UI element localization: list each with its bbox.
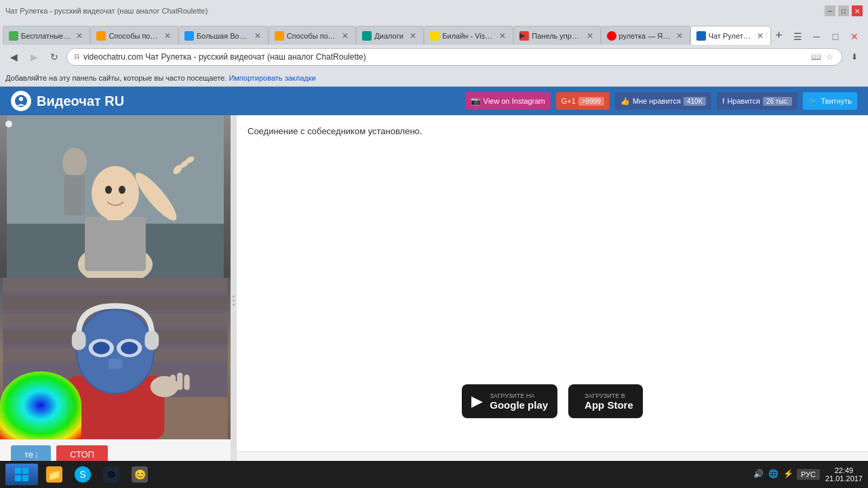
tray-icon-1: 🔊 <box>753 469 764 480</box>
tab-6[interactable]: Билайн - Visa QIW... ✕ <box>424 26 513 45</box>
tab-8[interactable]: рулетка — Яндекс... ✕ <box>601 26 690 45</box>
tab-2-close[interactable]: ✕ <box>163 31 172 41</box>
svg-rect-36 <box>170 375 176 390</box>
chat-empty-space <box>248 136 857 373</box>
twitter-icon: 🐦 <box>808 97 818 106</box>
tab-4-close[interactable]: ✕ <box>340 31 350 41</box>
star-icon[interactable]: ☆ <box>824 52 835 62</box>
site-header: Видеочат RU 📷 View on Instagram G+1 >999… <box>0 87 868 115</box>
svg-rect-37 <box>177 373 182 390</box>
tab-9-label: Чат Рулетка - р... <box>709 32 753 40</box>
window-controls: ─ □ ✕ <box>825 5 863 16</box>
bookmarks-bar: Добавляйте на эту панель сайты, которые … <box>0 69 868 87</box>
tab-maximize-button[interactable]: □ <box>827 28 844 45</box>
address-bar[interactable]: Я videochatru.com Чат Рулетка - русский … <box>66 48 842 66</box>
tab-menu-button[interactable]: ☰ <box>789 28 806 45</box>
tab-2-favicon <box>96 31 106 41</box>
tab-4[interactable]: Способы получен... ✕ <box>269 26 357 45</box>
site-logo-text: Видеочат RU <box>37 94 124 109</box>
taskbar-steam[interactable]: ⚙ <box>98 464 125 485</box>
steam-icon: ⚙ <box>103 466 119 483</box>
title-bar-text: Чат Рулетка - русский видеочат (наш анал… <box>5 7 208 15</box>
close-button[interactable]: ✕ <box>852 5 863 16</box>
taskbar-apps: 📁 S ⚙ 😊 <box>41 464 751 485</box>
app-store-text: Загрузите в App Store <box>585 392 633 411</box>
like-count: 410K <box>684 97 706 106</box>
stranger-video-scene <box>0 115 231 278</box>
google-play-button[interactable]: ▶ ЗАГРУЗИТЕ НА Google play <box>462 384 557 418</box>
svg-rect-33 <box>72 331 86 350</box>
import-bookmarks-link[interactable]: Импортировать закладки <box>229 74 315 82</box>
taskbar-time: 22:49 <box>835 466 854 474</box>
gplus-label: G+1 <box>561 97 576 105</box>
tab-3-close[interactable]: ✕ <box>253 31 262 41</box>
tab-8-label: рулетка — Яндекс... <box>619 32 672 40</box>
resize-handle[interactable] <box>231 115 236 485</box>
refresh-button[interactable]: ↻ <box>46 49 62 65</box>
tab-9-close[interactable]: ✕ <box>755 31 765 41</box>
tab-1[interactable]: Бесплатные ключ... ✕ <box>3 26 90 45</box>
twitter-button[interactable]: 🐦 Твитнуть <box>803 92 857 110</box>
taskbar-right: РУС 22:49 21.01.2017 <box>797 466 863 483</box>
skype-icon: S <box>75 466 91 483</box>
gplus-count: >9999 <box>578 97 604 106</box>
taskbar-extra[interactable]: 😊 <box>126 464 153 485</box>
stranger-video <box>0 115 231 278</box>
app-store-sub: Загрузите в <box>585 392 633 399</box>
svg-point-30 <box>121 342 138 354</box>
tab-1-close[interactable]: ✕ <box>75 31 84 41</box>
taskbar-explorer[interactable]: 📁 <box>41 464 68 485</box>
cursor-indicator: | <box>36 451 38 459</box>
gplus-button[interactable]: G+1 >9999 <box>556 92 610 110</box>
tab-2[interactable]: Способы получен... ✕ <box>90 26 178 45</box>
tab-7-close[interactable]: ✕ <box>585 31 595 41</box>
explorer-icon: 📁 <box>46 466 62 483</box>
like-label: Мне нравится <box>633 97 681 105</box>
tab-5-label: Диалоги <box>374 32 403 40</box>
taskbar-skype[interactable]: S <box>69 464 96 485</box>
forward-button[interactable]: ▶ <box>26 49 42 65</box>
share-icon: f <box>722 97 724 105</box>
tray-icons: 🔊 🌐 ⚡ <box>753 469 794 480</box>
cam-indicator <box>5 121 12 127</box>
tab-6-close[interactable]: ✕ <box>498 31 507 41</box>
instagram-button[interactable]: 📷 View on Instagram <box>465 92 551 110</box>
svg-point-29 <box>93 342 110 354</box>
resize-dot-1 <box>233 296 235 298</box>
minimize-button[interactable]: ─ <box>825 5 835 16</box>
reader-icon[interactable]: 📖 <box>810 52 821 62</box>
svg-point-8 <box>105 186 112 194</box>
tab-8-close[interactable]: ✕ <box>675 31 684 41</box>
maximize-button[interactable]: □ <box>838 5 849 16</box>
bookmarks-text: Добавляйте на эту панель сайты, которые … <box>5 74 226 82</box>
svg-point-7 <box>92 166 139 220</box>
tab-3-label: Большая Воронеж... <box>197 32 250 40</box>
new-tab-button[interactable]: + <box>771 26 787 45</box>
start-button[interactable] <box>5 464 38 485</box>
instagram-icon: 📷 <box>471 96 481 106</box>
tab-minimize-button[interactable]: ─ <box>808 28 825 45</box>
tab-1-label: Бесплатные ключ... <box>21 32 72 40</box>
share-button[interactable]: f Нравится 26 тыс. <box>717 92 797 110</box>
tab-5[interactable]: Диалоги ✕ <box>356 26 424 45</box>
tab-7[interactable]: ▶ Панель управлен... ✕ <box>513 26 600 45</box>
app-store-button[interactable]: Загрузите в App Store <box>568 384 643 418</box>
tab-3-favicon <box>184 31 194 41</box>
svg-rect-34 <box>144 331 159 350</box>
download-button[interactable]: ⬇ <box>846 49 863 65</box>
video-panel: те | СТОП Пожаловаться о нарушении <box>0 115 231 485</box>
tray-icon-3: ⚡ <box>783 469 794 480</box>
tab-close-button[interactable]: ✕ <box>846 28 863 45</box>
tab-9-favicon <box>696 31 706 41</box>
tab-3[interactable]: Большая Воронеж... ✕ <box>178 26 269 45</box>
logo-area: Видеочат RU <box>11 91 124 111</box>
title-bar: Чат Рулетка - русский видеочат (наш анал… <box>0 0 868 22</box>
logo-svg <box>13 93 29 109</box>
svg-rect-39 <box>15 468 21 474</box>
tab-5-close[interactable]: ✕ <box>408 31 418 41</box>
back-button[interactable]: ◀ <box>5 49 22 65</box>
chat-messages: Соединение с собеседником установлено. ▶… <box>237 115 868 451</box>
tab-9-active[interactable]: Чат Рулетка - р... ✕ <box>690 26 771 45</box>
like-button[interactable]: 👍 Мне нравится 410K <box>615 92 711 110</box>
address-bar-row: ◀ ▶ ↻ Я videochatru.com Чат Рулетка - ру… <box>0 45 868 69</box>
